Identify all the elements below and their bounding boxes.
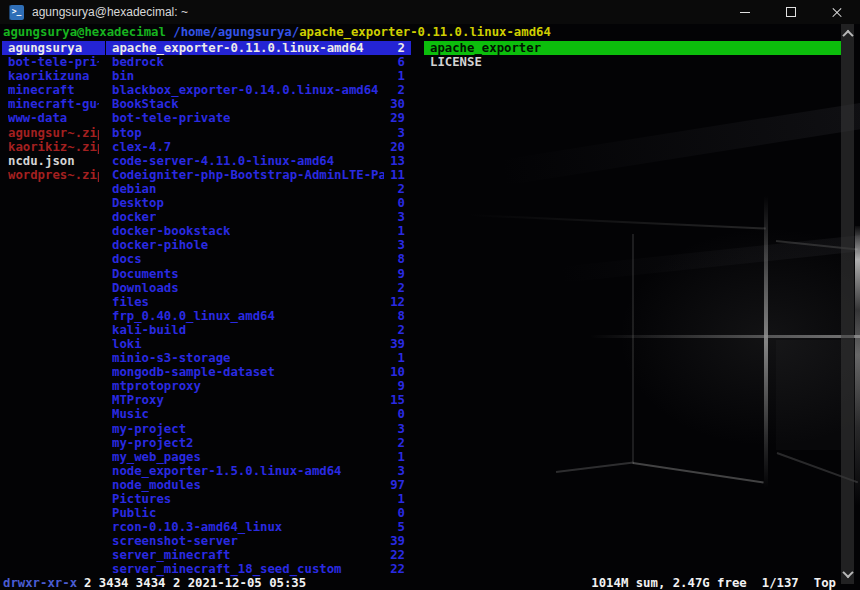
file-name: Public	[112, 506, 156, 520]
file-name: bot-tele-pri~	[8, 55, 99, 69]
file-row[interactable]: Documents9	[106, 267, 411, 281]
file-row[interactable]: server_minecraft_18_seed_custom22	[106, 562, 411, 576]
close-icon	[831, 6, 843, 18]
file-row[interactable]: my-project3	[106, 422, 411, 436]
file-name: docker-bookstack	[112, 224, 230, 238]
scroll-down-button[interactable]	[841, 567, 854, 581]
file-row[interactable]: frp_0.40.0_linux_amd648	[106, 309, 411, 323]
file-name: code-server-4.11.0-linux-amd64	[112, 154, 334, 168]
scrollbar[interactable]	[841, 24, 854, 584]
item-count: 1	[392, 351, 405, 365]
minimize-button[interactable]	[722, 0, 768, 24]
position-indicator: 1/137	[762, 576, 799, 590]
file-row[interactable]: docker3	[106, 210, 411, 224]
file-row[interactable]: Codeigniter-php-Bootstrap-AdminLTE-Pan~1…	[106, 168, 411, 182]
status-right: 1014M sum, 2.47G free 1/137 Top	[591, 576, 836, 590]
file-name: Music	[112, 407, 149, 421]
file-row[interactable]: apache_exporter-0.11.0.linux-amd642	[106, 41, 411, 55]
file-row[interactable]: agungsurya	[2, 41, 105, 55]
window-titlebar[interactable]: >_ agungsurya@hexadecimal: ~	[0, 0, 860, 24]
item-count: 13	[384, 154, 405, 168]
file-row[interactable]: minecraft	[2, 83, 105, 97]
file-row[interactable]: server_minecraft22	[106, 548, 411, 562]
item-count: 2	[392, 436, 405, 450]
file-row[interactable]: files12	[106, 295, 411, 309]
file-name: node_modules	[112, 478, 201, 492]
item-count: 0	[392, 407, 405, 421]
file-row[interactable]: Desktop0	[106, 196, 411, 210]
item-count: 6	[392, 55, 405, 69]
file-row[interactable]: minecraft-gu~	[2, 97, 105, 111]
window-title: agungsurya@hexadecimal: ~	[32, 5, 722, 19]
file-row[interactable]: Music0	[106, 407, 411, 421]
file-name: node_exporter-1.5.0.linux-amd64	[112, 464, 342, 478]
scroll-indicator: Top	[814, 576, 836, 590]
file-row[interactable]: kaorikiz~.zip	[2, 140, 105, 154]
file-name: MTProxy	[112, 393, 164, 407]
file-row[interactable]: bin1	[106, 69, 411, 83]
file-row[interactable]: LICENSE	[424, 55, 841, 69]
file-row[interactable]: kali-build2	[106, 323, 411, 337]
file-name: agungsur~.zip	[8, 126, 99, 140]
file-name: minecraft	[8, 83, 75, 97]
file-row[interactable]: bot-tele-pri~	[2, 55, 105, 69]
current-dir-label: apache_exporter-0.11.0.linux-amd64	[299, 25, 551, 39]
current-directory-column: apache_exporter-0.11.0.linux-amd642bedro…	[106, 41, 411, 577]
file-row[interactable]: wordpres~.zip	[2, 168, 105, 182]
file-row[interactable]: bedrock6	[106, 55, 411, 69]
file-row[interactable]: Public0	[106, 506, 411, 520]
file-row[interactable]: docs8	[106, 252, 411, 266]
file-name: screenshot-server	[112, 534, 238, 548]
file-row[interactable]: my_web_pages1	[106, 450, 411, 464]
maximize-button[interactable]	[768, 0, 814, 24]
file-row[interactable]: bot-tele-private29	[106, 111, 411, 125]
scroll-up-button[interactable]	[841, 27, 854, 41]
file-row[interactable]: rcon-0.10.3-amd64_linux5	[106, 520, 411, 534]
file-name: www-data	[8, 111, 67, 125]
preview-column: apache_exporterLICENSE	[424, 41, 841, 69]
file-row[interactable]: minio-s3-storage1	[106, 351, 411, 365]
file-row[interactable]: node_modules97	[106, 478, 411, 492]
file-name: mongodb-sample-dataset	[112, 365, 275, 379]
file-row[interactable]: Downloads2	[106, 281, 411, 295]
file-row[interactable]: agungsur~.zip	[2, 126, 105, 140]
window-controls	[722, 0, 860, 24]
close-button[interactable]	[814, 0, 860, 24]
file-row[interactable]: BookStack30	[106, 97, 411, 111]
file-row[interactable]: mongodb-sample-dataset10	[106, 365, 411, 379]
file-row[interactable]: node_exporter-1.5.0.linux-amd643	[106, 464, 411, 478]
file-row[interactable]: mtprotoproxy9	[106, 379, 411, 393]
item-count: 3	[392, 210, 405, 224]
item-count: 22	[384, 562, 405, 576]
file-row[interactable]: blackbox_exporter-0.14.0.linux-amd642	[106, 83, 411, 97]
file-row[interactable]: btop3	[106, 126, 411, 140]
file-row[interactable]: docker-pihole3	[106, 238, 411, 252]
item-count: 5	[392, 520, 405, 534]
item-count: 9	[392, 267, 405, 281]
file-row[interactable]: my-project22	[106, 436, 411, 450]
file-name: Desktop	[112, 196, 164, 210]
item-count: 1	[392, 492, 405, 506]
file-row[interactable]: Pictures1	[106, 492, 411, 506]
file-row[interactable]: apache_exporter	[424, 41, 841, 55]
file-row[interactable]: code-server-4.11.0-linux-amd6413	[106, 154, 411, 168]
file-row[interactable]: kaorikizuna	[2, 69, 105, 83]
file-row[interactable]: debian2	[106, 182, 411, 196]
file-row[interactable]: clex-4.720	[106, 140, 411, 154]
item-count: 39	[384, 534, 405, 548]
file-row[interactable]: ncdu.json	[2, 154, 105, 168]
file-name: Codeigniter-php-Bootstrap-AdminLTE-Pan~	[112, 168, 384, 182]
file-row[interactable]: loki39	[106, 337, 411, 351]
item-count: 3	[392, 464, 405, 478]
file-row[interactable]: docker-bookstack1	[106, 224, 411, 238]
file-row[interactable]: screenshot-server39	[106, 534, 411, 548]
file-row[interactable]: MTProxy15	[106, 393, 411, 407]
file-details-label: 2 3434 3434 2 2021-12-05 05:35	[84, 576, 306, 590]
file-name: rcon-0.10.3-amd64_linux	[112, 520, 282, 534]
file-name: minio-s3-storage	[112, 351, 230, 365]
file-row[interactable]: www-data	[2, 111, 105, 125]
item-count: 1	[392, 69, 405, 83]
powershell-icon: >_	[9, 5, 24, 20]
file-name: minecraft-gu~	[8, 97, 99, 111]
disk-summary-label: 1014M sum, 2.47G free	[591, 576, 746, 590]
